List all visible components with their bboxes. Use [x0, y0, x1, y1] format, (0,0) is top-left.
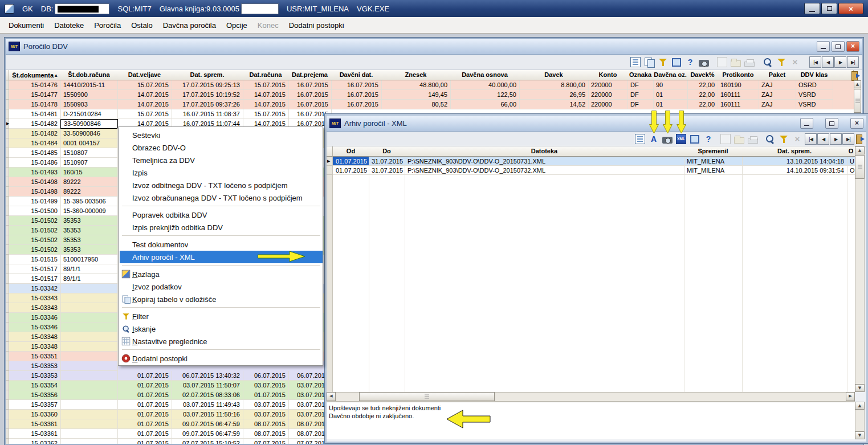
column-header-dav-ni-dat[interactable]: Davčni dat.	[331, 70, 382, 80]
column-header-ddv-klas[interactable]: DDV klas	[796, 70, 833, 80]
archive-minimize-button[interactable]	[800, 118, 813, 129]
scroll-up-button[interactable]: ▲	[855, 146, 865, 154]
report-icon[interactable]	[634, 133, 646, 145]
menubar-item-dav-na-poro-ila[interactable]: Davčna poročila	[158, 18, 221, 33]
menu-item-izvoz-podatkov[interactable]: Izvoz podatkov	[120, 280, 323, 293]
menu-item-nastavitve-preglednice[interactable]: Nastavitve preglednice	[120, 335, 323, 348]
menu-item-popravek-odbitka-ddv[interactable]: Popravek odbitka DDV	[120, 209, 323, 221]
column-header-dav-na-oz[interactable]: Davčna oz.	[653, 70, 688, 80]
archive-window-titlebar[interactable]: Arhiv poročil - XML	[327, 116, 866, 132]
menu-item-iskanje[interactable]: Iskanje	[120, 322, 323, 335]
scroll-up-button[interactable]: ▲	[854, 80, 861, 88]
screen-icon[interactable]	[688, 133, 701, 145]
report-close-button[interactable]	[846, 41, 859, 52]
app-close-button[interactable]	[838, 3, 863, 14]
menu-item-kopiraj-tabelo-v-odlo-i-e[interactable]: Kopiraj tabelo v odložišče	[120, 293, 323, 305]
nav-last-button[interactable]: ▶|	[847, 56, 859, 68]
table-row[interactable]: 15-0147614410/2015-1115.07.201517.07.201…	[6, 80, 854, 90]
font-icon[interactable]	[647, 133, 660, 145]
column-header-davek[interactable]: Davek	[519, 70, 589, 80]
column-header-dat-veljave[interactable]: Dat.veljave	[117, 70, 172, 80]
nav-next-button[interactable]: ▶	[834, 56, 846, 68]
column-header-znesek[interactable]: Znesek	[381, 70, 451, 80]
status-vscrollbar[interactable]: ▲▼	[855, 402, 865, 439]
xml-icon[interactable]	[675, 133, 687, 145]
menubar-item-dodatni-postopki[interactable]: Dodatni postopki	[284, 18, 349, 33]
column-header-dat-prejema[interactable]: Dat.prejema	[288, 70, 332, 80]
nav-prev-button[interactable]: ◀	[817, 133, 829, 145]
app-maximize-button[interactable]	[821, 3, 837, 14]
menubar-item-dokumenti[interactable]: Dokumenti	[3, 18, 49, 33]
report-icon[interactable]	[629, 56, 642, 68]
nav-last-button[interactable]: ▶|	[842, 133, 854, 145]
column-header-davek[interactable]: Davek%	[687, 70, 718, 80]
menu-item-razlaga[interactable]: Razlaga	[120, 268, 323, 280]
scroll-down-button[interactable]: ▼	[855, 384, 865, 392]
filter-icon[interactable]	[657, 56, 669, 68]
menubar-item-opcije[interactable]: Opcije	[221, 18, 252, 33]
column-header-konto[interactable]: Konto	[588, 70, 628, 80]
inline-edit-field[interactable]: 33-50900846	[60, 119, 118, 129]
funnel-icon[interactable]	[775, 56, 788, 68]
scroll-left-button[interactable]: ◀	[327, 392, 336, 401]
column-header-protikonto[interactable]: Protikonto	[718, 70, 759, 80]
menubar-item-poro-ila[interactable]: Poročila	[89, 18, 126, 33]
camera-icon[interactable]	[661, 133, 674, 145]
column-header-do[interactable]: Do	[369, 146, 405, 157]
menu-item-obrazec-ddv-o[interactable]: Obrazec DDV-O	[120, 141, 323, 154]
archive-hscrollbar[interactable]: ◀▶	[327, 392, 855, 402]
column-header-od[interactable]: Od	[333, 146, 369, 157]
menu-item-filter[interactable]: Filter	[120, 310, 323, 322]
scroll-up-button[interactable]: ▲	[855, 402, 865, 410]
funnel-icon[interactable]	[777, 133, 790, 145]
menu-item-izpis-preknji-b-odbitka-ddv[interactable]: Izpis preknjižb odbitka DDV	[120, 221, 323, 234]
column-header-spremenil[interactable]: Spremenil	[684, 146, 743, 157]
company-field[interactable]	[241, 3, 279, 14]
scroll-thumb[interactable]	[855, 155, 865, 179]
db-value-field[interactable]	[55, 3, 109, 14]
column-header-paket[interactable]: Paket	[759, 70, 796, 80]
scroll-down-button[interactable]: ▼	[855, 431, 865, 439]
screen-icon[interactable]	[670, 56, 683, 68]
zoom-icon[interactable]	[764, 133, 776, 145]
menu-item-se-tevki[interactable]: Seštevki	[120, 129, 323, 141]
table-row[interactable]: 15-01478155090314.07.201517.07.2015 09:3…	[6, 100, 854, 109]
archive-row[interactable]: 01.07.2015 031.07.2015P:\SNEZNIK_903\DDV…	[327, 166, 855, 175]
report-window-titlebar[interactable]: Poročilo DDV	[6, 39, 862, 55]
column-header-dav-na-osnova[interactable]: Davčna osnova	[450, 70, 520, 80]
help-icon[interactable]	[702, 133, 715, 145]
table-row[interactable]: 15-01477155090014.07.201517.07.2015 10:1…	[6, 90, 854, 100]
scroll-thumb[interactable]	[359, 392, 495, 401]
menu-item-izpis[interactable]: Izpis	[120, 166, 323, 179]
nav-first-button[interactable]: |◀	[805, 133, 817, 145]
menubar-item-datoteke[interactable]: Datoteke	[49, 18, 89, 33]
report-restore-button[interactable]	[832, 41, 845, 52]
column-header-t-dob-ra-una[interactable]: Št.dob.računa	[60, 70, 118, 80]
column-header-t-dokumenta[interactable]: Št.dokumenta▲	[9, 70, 61, 80]
menu-item-izvoz-obra-unanega-ddv-txt-lo-eno-s-podpi-jem[interactable]: Izvoz obračunanega DDV - TXT ločeno s po…	[120, 191, 323, 204]
archive-row[interactable]: 01.07.201531.07.2015P:\SNEZNIK_903\DDV-O…	[327, 157, 855, 166]
menu-item-test-dokumentov[interactable]: Test dokumentov	[120, 238, 323, 251]
scroll-thumb[interactable]	[854, 89, 861, 113]
column-header-datoteka[interactable]: Datoteka	[405, 146, 684, 157]
exit-icon[interactable]	[854, 133, 866, 145]
app-minimize-button[interactable]	[804, 3, 820, 14]
column-header-o[interactable]: O	[847, 146, 855, 157]
menubar-item-ostalo[interactable]: Ostalo	[126, 18, 158, 33]
nav-next-button[interactable]: ▶	[830, 133, 842, 145]
camera-icon[interactable]	[698, 56, 710, 68]
archive-close-button[interactable]	[850, 118, 863, 129]
menu-item-dodatni-postopki[interactable]: Dodatni postopki	[120, 352, 323, 365]
report-minimize-button[interactable]	[817, 41, 830, 52]
archive-maximize-button[interactable]	[825, 118, 838, 129]
archive-vscrollbar[interactable]: ▲▼	[855, 146, 865, 392]
column-header-oznaka[interactable]: Oznaka	[627, 70, 654, 80]
menu-item-izvoz-odbitnega-ddv-txt-lo-eno-s-podpi-jem[interactable]: Izvoz odbitnega DDV - TXT ločeno s podpi…	[120, 179, 323, 191]
menu-item-temeljnica-za-ddv[interactable]: Temeljnica za DDV	[120, 154, 323, 166]
column-header-dat-sprem[interactable]: Dat. sprem.	[742, 146, 847, 157]
column-header-dat-sprem[interactable]: Dat. sprem.	[172, 70, 243, 80]
nav-first-button[interactable]: |◀	[809, 56, 821, 68]
zoom-icon[interactable]	[761, 56, 774, 68]
help-icon[interactable]	[684, 56, 696, 68]
nav-prev-button[interactable]: ◀	[822, 56, 834, 68]
